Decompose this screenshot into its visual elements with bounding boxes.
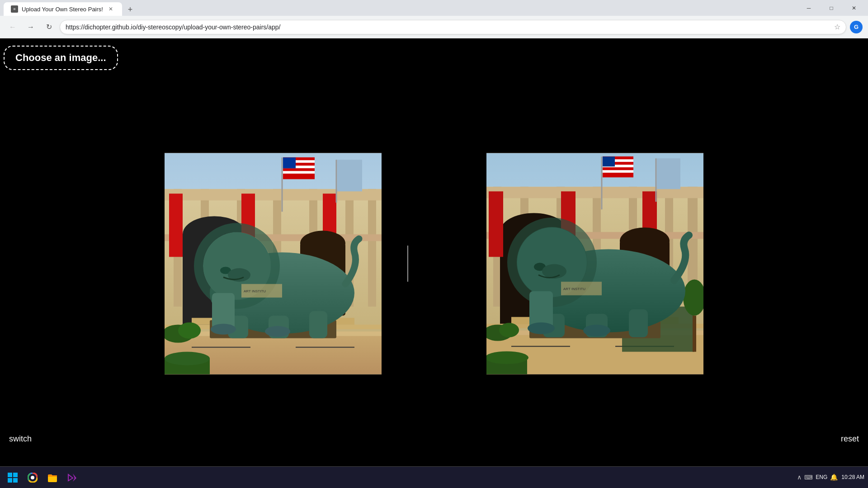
svg-rect-112: [13, 473, 18, 477]
url-bar[interactable]: https://dichopter.github.io/diy-stereosc…: [60, 20, 846, 34]
left-lion-svg: ART INSTITU: [165, 153, 382, 374]
svg-rect-83: [657, 158, 680, 189]
keyboard-icon: ⌨: [804, 474, 813, 481]
file-explorer-icon: [47, 473, 57, 483]
svg-rect-114: [13, 478, 18, 483]
upward-arrow-icon[interactable]: ∧: [797, 474, 802, 481]
svg-point-17: [300, 230, 345, 256]
tab-favicon: ≡: [11, 5, 18, 13]
divider-line: [407, 245, 408, 282]
reset-button[interactable]: reset: [841, 434, 859, 444]
language-indicator: ENG: [816, 474, 827, 480]
svg-rect-13: [169, 193, 183, 257]
svg-rect-81: [603, 156, 615, 166]
browser-frame: ≡ Upload Your Own Stereo Pairs! ✕ + ─ □ …: [0, 0, 868, 488]
minimize-button[interactable]: ─: [798, 1, 819, 15]
svg-point-92: [499, 323, 519, 337]
svg-text:ART INSTITU: ART INSTITU: [563, 286, 585, 291]
bottom-controls: switch reset: [0, 434, 868, 444]
svg-point-105: [528, 322, 555, 334]
svg-rect-79: [603, 170, 633, 173]
reset-label: reset: [841, 434, 859, 443]
tab-bar: ≡ Upload Your Own Stereo Pairs! ✕ +: [4, 0, 798, 16]
svg-point-106: [583, 324, 610, 336]
chrome-icon: [28, 473, 38, 483]
svg-rect-29: [337, 160, 362, 191]
svg-point-48: [211, 324, 236, 334]
start-button[interactable]: [4, 469, 22, 487]
left-image: ART INSTITU: [165, 153, 382, 374]
back-button[interactable]: ←: [5, 20, 20, 34]
svg-rect-103: [629, 309, 648, 337]
taskbar-clock[interactable]: 10:28 AM: [841, 474, 864, 481]
svg-point-53: [165, 352, 210, 365]
svg-point-49: [265, 326, 290, 337]
svg-rect-80: [603, 173, 633, 175]
switch-button[interactable]: switch: [9, 434, 32, 444]
profile-button[interactable]: G: [850, 21, 863, 33]
images-row: ART INSTITU: [165, 153, 703, 374]
switch-label: switch: [9, 434, 32, 443]
svg-rect-113: [8, 478, 12, 483]
right-lion-svg: ART INSTITU: [486, 153, 703, 374]
new-tab-button[interactable]: +: [124, 3, 137, 16]
svg-rect-94: [693, 315, 696, 352]
svg-rect-24: [283, 168, 315, 171]
forward-button[interactable]: →: [24, 20, 38, 34]
taskbar-chrome-button[interactable]: [24, 469, 42, 487]
taskbar-right: ∧ ⌨ ENG 🔔 10:28 AM: [797, 474, 864, 481]
tab-close-button[interactable]: ✕: [107, 5, 115, 13]
svg-rect-25: [283, 171, 315, 174]
taskbar: ∧ ⌨ ENG 🔔 10:28 AM: [0, 466, 868, 488]
svg-rect-67: [489, 191, 503, 257]
svg-point-110: [486, 351, 528, 364]
choose-image-button[interactable]: Choose an image...: [4, 46, 118, 70]
svg-point-37: [178, 322, 201, 338]
content-area: Choose an image...: [0, 38, 868, 466]
reload-button[interactable]: ↻: [42, 20, 56, 34]
title-bar: ≡ Upload Your Own Stereo Pairs! ✕ + ─ □ …: [0, 0, 868, 16]
url-text: https://dichopter.github.io/diy-stereosc…: [66, 23, 830, 31]
sys-tray: ∧ ⌨ ENG 🔔: [797, 474, 838, 481]
image-gap: [382, 153, 434, 374]
notification-icon[interactable]: 🔔: [830, 474, 838, 481]
visual-studio-icon: [67, 473, 77, 483]
svg-rect-78: [603, 167, 633, 170]
svg-rect-26: [283, 174, 315, 176]
taskbar-vs-button[interactable]: [63, 469, 81, 487]
svg-rect-111: [8, 473, 12, 477]
svg-rect-27: [283, 157, 296, 168]
choose-image-label: Choose an image...: [15, 52, 106, 63]
tab-title: Upload Your Own Stereo Pairs!: [22, 6, 103, 13]
stereo-pair-container: ART INSTITU: [165, 153, 703, 374]
right-image: ART INSTITU: [486, 153, 703, 374]
close-button[interactable]: ✕: [844, 1, 864, 15]
window-controls: ─ □ ✕: [798, 1, 864, 15]
svg-text:ART INSTITU: ART INSTITU: [244, 289, 266, 293]
taskbar-explorer-button[interactable]: [43, 469, 61, 487]
address-bar: ← → ↻ https://dichopter.github.io/diy-st…: [0, 16, 868, 38]
windows-logo-icon: [8, 473, 18, 483]
bookmark-icon[interactable]: ☆: [834, 23, 840, 31]
svg-rect-8: [368, 189, 376, 306]
maximize-button[interactable]: □: [821, 1, 842, 15]
svg-marker-119: [73, 474, 76, 482]
active-tab[interactable]: ≡ Upload Your Own Stereo Pairs! ✕: [4, 2, 122, 16]
time-display: 10:28 AM: [841, 474, 864, 481]
svg-point-116: [31, 476, 34, 479]
svg-rect-46: [309, 311, 327, 338]
svg-marker-118: [68, 474, 73, 481]
